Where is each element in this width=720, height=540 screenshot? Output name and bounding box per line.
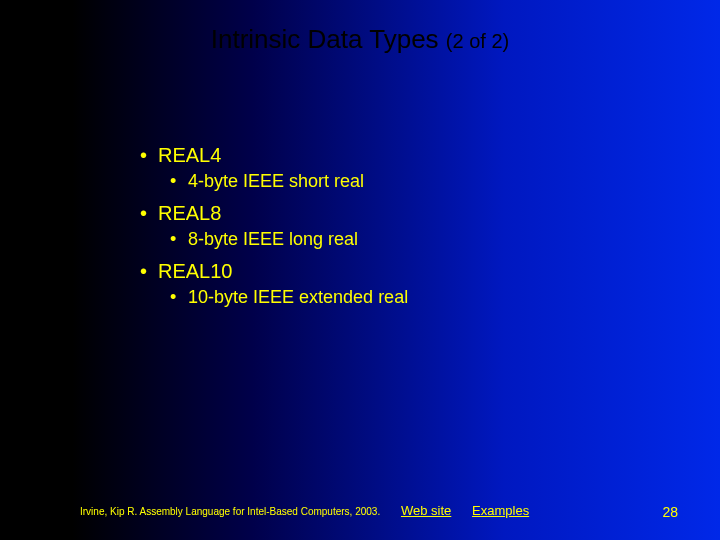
- footer-citation: Irvine, Kip R. Assembly Language for Int…: [80, 506, 380, 517]
- bullet-icon: •: [140, 144, 158, 167]
- slide-content: •REAL4 •4-byte IEEE short real •REAL8 •8…: [140, 140, 640, 318]
- item-head: REAL10: [158, 260, 233, 282]
- bullet-icon: •: [140, 260, 158, 283]
- list-item: •REAL10: [140, 260, 640, 283]
- bullet-icon: •: [170, 229, 188, 250]
- bullet-icon: •: [170, 287, 188, 308]
- list-item: •10-byte IEEE extended real: [170, 287, 640, 308]
- item-desc: 10-byte IEEE extended real: [188, 287, 408, 307]
- item-desc: 4-byte IEEE short real: [188, 171, 364, 191]
- item-head: REAL8: [158, 202, 221, 224]
- bullet-icon: •: [140, 202, 158, 225]
- title-sub: (2 of 2): [446, 30, 509, 52]
- slide-number: 28: [662, 504, 678, 520]
- slide-title: Intrinsic Data Types (2 of 2): [0, 24, 720, 55]
- list-item: •4-byte IEEE short real: [170, 171, 640, 192]
- list-item: •REAL4: [140, 144, 640, 167]
- bullet-icon: •: [170, 171, 188, 192]
- slide-footer: Irvine, Kip R. Assembly Language for Int…: [80, 503, 680, 518]
- slide: Intrinsic Data Types (2 of 2) •REAL4 •4-…: [0, 0, 720, 540]
- examples-link[interactable]: Examples: [472, 503, 529, 518]
- list-item: •8-byte IEEE long real: [170, 229, 640, 250]
- web-site-link[interactable]: Web site: [401, 503, 451, 518]
- title-main: Intrinsic Data Types: [211, 24, 446, 54]
- item-head: REAL4: [158, 144, 221, 166]
- item-desc: 8-byte IEEE long real: [188, 229, 358, 249]
- list-item: •REAL8: [140, 202, 640, 225]
